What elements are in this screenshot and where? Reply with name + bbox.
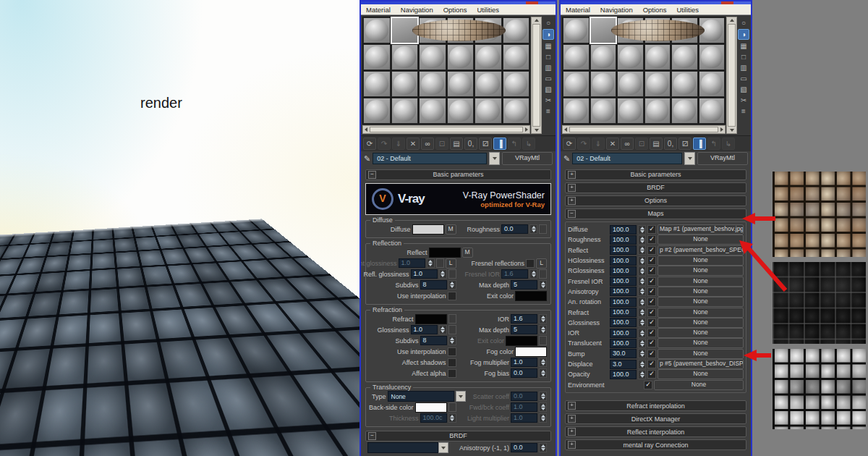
menu-navigation[interactable]: Navigation [396, 6, 438, 14]
rollout-brdf[interactable]: + BRDF [565, 182, 746, 193]
make-material-copy-icon[interactable]: ∞ [621, 138, 634, 150]
sample-ui-tiling-icon[interactable]: □ [543, 52, 553, 62]
spinner[interactable] [439, 325, 447, 334]
spinner[interactable] [638, 266, 646, 276]
brdf-type-dropdown[interactable] [367, 442, 438, 453]
material-slot[interactable] [563, 98, 590, 124]
spinner[interactable] [539, 358, 547, 367]
map-amount-field[interactable]: 3.0 [610, 360, 637, 369]
material-slot[interactable] [617, 71, 644, 97]
map-slot-button[interactable]: None [658, 328, 744, 338]
material-slot[interactable] [671, 98, 698, 124]
background-icon[interactable]: ▦ [543, 41, 553, 51]
roughness-field[interactable]: 0.0 [501, 224, 528, 234]
material-slot[interactable] [699, 98, 726, 124]
material-slot[interactable] [419, 71, 446, 97]
map-enable-checkbox[interactable]: ✓ [647, 370, 656, 379]
spinner[interactable] [448, 413, 456, 423]
map-amount-field[interactable]: 100.0 [610, 329, 637, 338]
menu-utilities[interactable]: Utilities [671, 6, 704, 14]
scatter-coeff-field[interactable]: 0.0 [511, 392, 537, 401]
chevron-down-icon[interactable] [684, 152, 695, 165]
pick-material-icon[interactable]: ✎ [563, 154, 570, 164]
get-material-icon[interactable]: ⟳ [363, 138, 376, 150]
expand-icon[interactable]: + [568, 428, 576, 436]
spinner[interactable] [638, 360, 646, 369]
map-slot-button[interactable]: None [658, 297, 744, 307]
video-color-check-icon[interactable]: ▥ [543, 63, 553, 72]
scroll-right-icon[interactable] [720, 127, 723, 132]
fog-multiplier-field[interactable]: 1.0 [511, 358, 537, 367]
spinner[interactable] [638, 256, 646, 266]
chevron-down-icon[interactable] [438, 442, 448, 453]
map-enable-checkbox[interactable]: ✓ [647, 350, 656, 358]
map-enable-checkbox[interactable]: ✓ [647, 277, 656, 286]
material-slot[interactable] [563, 71, 590, 97]
put-material-to-scene-icon[interactable]: ↷ [577, 138, 590, 150]
spinner[interactable] [539, 325, 547, 334]
map-amount-field[interactable]: 100.0 [610, 318, 637, 327]
material-slot[interactable] [644, 98, 671, 124]
material-slot[interactable] [363, 17, 391, 43]
map-amount-field[interactable]: 100.0 [610, 245, 637, 255]
menu-options[interactable]: Options [438, 6, 472, 14]
material-slot[interactable] [391, 44, 419, 70]
map-amount-field[interactable]: 30.0 [610, 349, 637, 358]
rollout-reflect-interpolation[interactable]: + Reflect interpolation [565, 426, 746, 437]
spinner[interactable] [448, 336, 456, 345]
map-enable-checkbox[interactable]: ✓ [647, 246, 656, 255]
material-slot[interactable] [563, 44, 590, 70]
map-amount-field[interactable]: 100.0 [610, 225, 637, 235]
material-type-button[interactable]: VRayMtl [502, 152, 553, 165]
material-id-channel-icon[interactable]: 0, [664, 138, 677, 150]
use-interpolation-checkbox[interactable] [448, 292, 456, 300]
material-slot[interactable] [475, 98, 502, 124]
refraction-exit-map-slot[interactable] [539, 336, 547, 345]
go-forward-sibling-icon[interactable]: ↳ [522, 138, 535, 150]
reset-material-icon[interactable]: ✕ [606, 138, 619, 150]
rollout-brdf[interactable]: − BRDF [365, 431, 551, 442]
rollout-basic-parameters[interactable]: − Basic parameters [365, 169, 551, 180]
fresnel-reflections-checkbox[interactable] [526, 259, 535, 268]
backside-map-slot[interactable] [448, 402, 456, 412]
map-enable-checkbox[interactable]: ✓ [647, 318, 656, 327]
horizontal-scrollbar[interactable] [362, 125, 530, 134]
collapse-icon[interactable]: − [368, 171, 376, 179]
assign-material-icon[interactable]: ⇓ [592, 138, 605, 150]
make-unique-icon[interactable]: ⊡ [635, 138, 648, 150]
material-slot[interactable] [671, 44, 698, 70]
material-slot[interactable] [699, 71, 726, 97]
map-slot-button[interactable]: p #5 (pavement_beshov_DISP.bmp) [658, 359, 744, 369]
map-slot-button[interactable]: Map #1 (pavement_beshov.jpg) [658, 224, 744, 235]
material-id-channel-icon[interactable]: 0, [464, 138, 477, 150]
rollout-maps[interactable]: − Maps [565, 208, 746, 219]
reflect-color-swatch[interactable] [429, 248, 461, 258]
refraction-use-interpolation-checkbox[interactable] [448, 347, 456, 356]
hilight-glossiness-field[interactable]: 1.0 [399, 258, 425, 268]
go-to-parent-icon[interactable]: ↰ [508, 138, 521, 150]
spinner[interactable] [638, 308, 646, 317]
fresnel-lock-button[interactable]: L [536, 258, 547, 269]
map-slot-button[interactable]: None [658, 349, 744, 359]
map-enable-checkbox[interactable]: ✓ [647, 339, 656, 347]
material-slot[interactable] [503, 44, 530, 70]
material-slot[interactable] [590, 44, 617, 70]
roughness-map-slot[interactable] [539, 224, 547, 234]
material-name-dropdown[interactable]: 02 - Default [373, 153, 487, 164]
map-amount-field[interactable]: 100.0 [610, 297, 637, 307]
map-slot-button[interactable]: None [658, 308, 744, 318]
map-enable-checkbox[interactable]: ✓ [644, 381, 652, 389]
expand-icon[interactable]: + [568, 184, 576, 192]
show-map-in-viewport-icon[interactable]: ⚂ [678, 138, 692, 150]
menu-navigation[interactable]: Navigation [595, 6, 638, 14]
refl-glossiness-map-slot[interactable] [448, 269, 456, 279]
map-amount-field[interactable]: 100.0 [610, 308, 637, 317]
fwd-bck-coeff-field[interactable]: 1.0 [511, 402, 537, 412]
material-name-dropdown[interactable]: 02 - Default [572, 153, 682, 164]
map-enable-checkbox[interactable]: ✓ [647, 297, 656, 306]
glossiness-field[interactable]: 1.0 [411, 325, 438, 334]
show-end-result-icon[interactable]: ▐ [493, 138, 506, 150]
sample-type-icon[interactable]: ○ [739, 18, 749, 28]
spinner[interactable] [638, 329, 646, 338]
spinner[interactable] [427, 258, 435, 268]
